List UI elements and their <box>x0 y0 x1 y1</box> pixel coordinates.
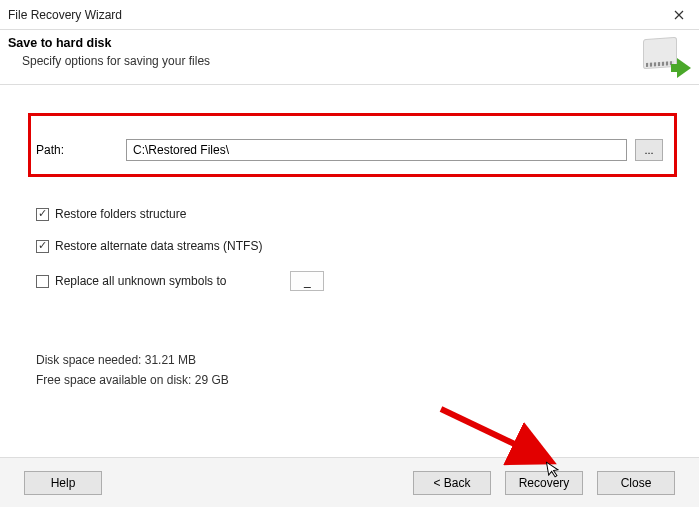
browse-button[interactable]: ... <box>635 139 663 161</box>
header-subtitle: Specify options for saving your files <box>22 54 643 68</box>
footer: Help < Back Recovery Close <box>0 457 699 507</box>
path-input[interactable] <box>126 139 627 161</box>
path-row: Path: ... <box>36 139 663 161</box>
replace-symbols-row: Replace all unknown symbols to <box>36 271 663 291</box>
titlebar: File Recovery Wizard <box>0 0 699 30</box>
disk-recovery-icon <box>643 36 687 76</box>
disk-space-needed: Disk space needed: 31.21 MB <box>36 353 663 367</box>
disk-info: Disk space needed: 31.21 MB Free space a… <box>36 353 663 387</box>
restore-ads-checkbox[interactable] <box>36 240 49 253</box>
restore-folders-label: Restore folders structure <box>55 207 186 221</box>
close-icon[interactable] <box>659 0 699 30</box>
disk-space-free: Free space available on disk: 29 GB <box>36 373 663 387</box>
restore-ads-label: Restore alternate data streams (NTFS) <box>55 239 262 253</box>
back-button[interactable]: < Back <box>413 471 491 495</box>
replace-symbols-checkbox[interactable] <box>36 275 49 288</box>
header-title: Save to hard disk <box>8 36 643 50</box>
restore-folders-checkbox[interactable] <box>36 208 49 221</box>
help-button[interactable]: Help <box>24 471 102 495</box>
content-area: Path: ... Restore folders structure Rest… <box>0 85 699 403</box>
replace-symbols-label: Replace all unknown symbols to <box>55 274 226 288</box>
window-title: File Recovery Wizard <box>8 8 659 22</box>
restore-ads-row: Restore alternate data streams (NTFS) <box>36 239 663 253</box>
svg-line-0 <box>441 409 546 459</box>
path-label: Path: <box>36 143 126 157</box>
restore-folders-row: Restore folders structure <box>36 207 663 221</box>
recovery-button[interactable]: Recovery <box>505 471 583 495</box>
replace-symbol-input[interactable] <box>290 271 324 291</box>
close-button[interactable]: Close <box>597 471 675 495</box>
wizard-header: Save to hard disk Specify options for sa… <box>0 30 699 85</box>
